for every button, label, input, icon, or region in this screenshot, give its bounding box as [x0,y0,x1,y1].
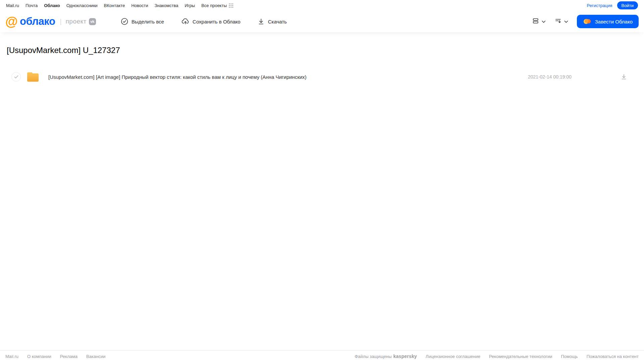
header-right-controls: Завести Облако [532,15,639,28]
cloud-header: @ облако | проект vk Выделить все Сохран… [0,11,644,32]
save-to-cloud-button[interactable]: Сохранить в Облако [182,18,241,25]
kaspersky-protection: Файлы защищены kaspersky [355,354,417,359]
nav-odnoklassniki[interactable]: Одноклассники [66,3,98,8]
footer-license-link[interactable]: Лицензионное соглашение [426,354,480,359]
page-title: [UsupovMarket.com] U_127327 [7,46,637,55]
download-icon [258,18,264,25]
kaspersky-logo[interactable]: kaspersky [393,354,417,359]
select-all-label: Выделить все [132,19,164,24]
portal-nav-auth: Регистрация Войти [587,1,638,9]
view-mode-selector[interactable] [532,17,546,26]
nav-novosti[interactable]: Новости [131,3,148,8]
nav-all-projects[interactable]: Все проекты [201,3,233,8]
file-name-link[interactable]: [UsupovMarket.com] [Art image] Природный… [48,74,306,80]
download-button[interactable]: Скачать [258,18,287,25]
create-cloud-button[interactable]: Завести Облако [577,15,639,28]
vk-project-badge: | проект vk [60,18,96,25]
cloud-logo[interactable]: @ облако [5,15,55,28]
sort-icon [554,17,562,26]
vk-icon: vk [89,18,96,25]
footer-jobs-link[interactable]: Вакансии [86,354,105,359]
check-circle-icon [121,18,128,25]
nav-all-projects-label: Все проекты [201,3,227,8]
footer-mailru-link[interactable]: Mail.ru [5,354,18,359]
chevron-down-icon [542,18,546,24]
footer-left-links: Mail.ru О компании Реклама Вакансии [5,354,105,359]
main-content: [UsupovMarket.com] U_127327 [UsupovMarke… [0,46,644,85]
download-label: Скачать [268,19,287,24]
footer-about-link[interactable]: О компании [27,354,51,359]
project-label: проект [66,18,87,25]
row-checkbox[interactable] [11,72,21,82]
nav-igry[interactable]: Игры [185,3,195,8]
actions-toolbar: Выделить все Сохранить в Облако Скачать [121,18,287,25]
folder-icon [26,71,40,83]
check-icon [14,75,18,79]
mailru-at-icon: @ [5,15,18,28]
list-view-icon [532,17,539,26]
create-cloud-label: Завести Облако [595,19,633,24]
registration-link[interactable]: Регистрация [587,3,612,8]
portal-nav: Mail.ru Почта Облако Одноклассники ВКонт… [0,0,644,11]
cloud-logo-text: облако [20,15,55,28]
login-button[interactable]: Войти [617,1,638,9]
portal-nav-links: Mail.ru Почта Облако Одноклассники ВКонт… [6,3,233,8]
nav-vkontakte[interactable]: ВКонтакте [104,3,125,8]
sort-selector[interactable] [554,17,568,26]
select-all-button[interactable]: Выделить все [121,18,164,25]
nav-mailru[interactable]: Mail.ru [6,3,19,8]
apps-grid-icon [229,3,233,8]
cloud-orange-icon [583,18,592,25]
nav-znakomstva[interactable]: Знакомства [154,3,178,8]
footer-right-links: Файлы защищены kaspersky Лицензионное со… [355,354,639,359]
file-row[interactable]: [UsupovMarket.com] [Art image] Природный… [7,69,637,85]
save-to-cloud-label: Сохранить в Облако [193,19,241,24]
nav-pochta[interactable]: Почта [26,3,38,8]
row-download-icon[interactable] [621,73,627,80]
footer-recommendations-link[interactable]: Рекомендательные технологии [489,354,552,359]
chevron-down-icon [564,18,568,24]
nav-oblako[interactable]: Облако [44,3,60,8]
footer-ads-link[interactable]: Реклама [60,354,78,359]
page-footer: Mail.ru О компании Реклама Вакансии Файл… [0,350,644,362]
file-date: 2021-02-14 00:19:00 [528,74,572,80]
cloud-upload-icon [182,18,189,25]
logo-divider: | [60,18,61,25]
footer-help-link[interactable]: Помощь [561,354,578,359]
protected-by-label: Файлы защищены [355,354,392,359]
footer-report-link[interactable]: Пожаловаться на контент [587,354,639,359]
